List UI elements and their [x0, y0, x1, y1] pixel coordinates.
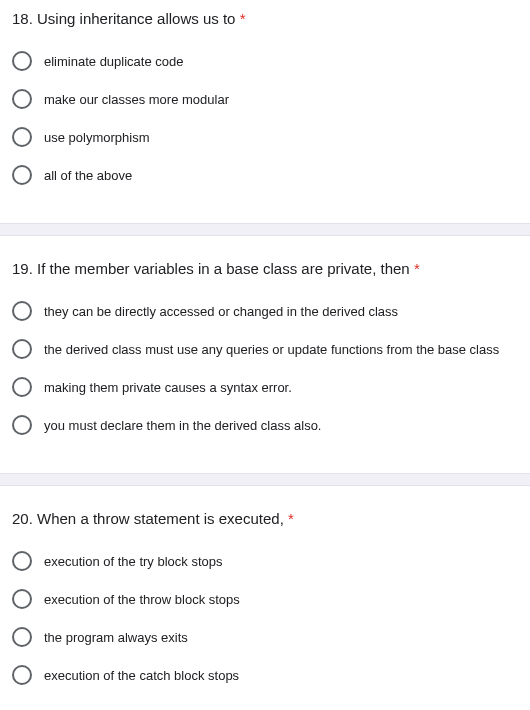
- option-label: execution of the try block stops: [44, 554, 222, 569]
- option-row[interactable]: they can be directly accessed or changed…: [12, 301, 518, 321]
- option-label: the program always exits: [44, 630, 188, 645]
- radio-icon[interactable]: [12, 89, 32, 109]
- radio-icon[interactable]: [12, 301, 32, 321]
- question-text: If the member variables in a base class …: [37, 260, 410, 277]
- option-label: they can be directly accessed or changed…: [44, 304, 398, 319]
- section-separator: [0, 223, 530, 236]
- option-row[interactable]: make our classes more modular: [12, 89, 518, 109]
- option-label: execution of the throw block stops: [44, 592, 240, 607]
- option-label: all of the above: [44, 168, 132, 183]
- option-label: make our classes more modular: [44, 92, 229, 107]
- option-row[interactable]: the derived class must use any queries o…: [12, 339, 518, 359]
- radio-icon[interactable]: [12, 377, 32, 397]
- option-label: use polymorphism: [44, 130, 150, 145]
- radio-icon[interactable]: [12, 415, 32, 435]
- option-label: execution of the catch block stops: [44, 668, 239, 683]
- radio-icon[interactable]: [12, 665, 32, 685]
- option-row[interactable]: the program always exits: [12, 627, 518, 647]
- question-title: 18. Using inheritance allows us to *: [12, 8, 518, 29]
- option-row[interactable]: all of the above: [12, 165, 518, 185]
- radio-icon[interactable]: [12, 165, 32, 185]
- option-row[interactable]: execution of the catch block stops: [12, 665, 518, 685]
- question-20: 20. When a throw statement is executed, …: [0, 486, 530, 705]
- radio-icon[interactable]: [12, 127, 32, 147]
- option-row[interactable]: execution of the throw block stops: [12, 589, 518, 609]
- radio-icon[interactable]: [12, 551, 32, 571]
- question-title: 20. When a throw statement is executed, …: [12, 508, 518, 529]
- option-label: eliminate duplicate code: [44, 54, 183, 69]
- question-text: When a throw statement is executed,: [37, 510, 284, 527]
- required-mark: *: [414, 260, 420, 277]
- question-18: 18. Using inheritance allows us to * eli…: [0, 0, 530, 223]
- radio-icon[interactable]: [12, 589, 32, 609]
- option-row[interactable]: execution of the try block stops: [12, 551, 518, 571]
- option-label: you must declare them in the derived cla…: [44, 418, 321, 433]
- radio-icon[interactable]: [12, 627, 32, 647]
- option-label: making them private causes a syntax erro…: [44, 380, 292, 395]
- required-mark: *: [240, 10, 246, 27]
- radio-icon[interactable]: [12, 51, 32, 71]
- option-row[interactable]: eliminate duplicate code: [12, 51, 518, 71]
- option-row[interactable]: use polymorphism: [12, 127, 518, 147]
- question-title: 19. If the member variables in a base cl…: [12, 258, 518, 279]
- radio-icon[interactable]: [12, 339, 32, 359]
- question-19: 19. If the member variables in a base cl…: [0, 236, 530, 473]
- option-label: the derived class must use any queries o…: [44, 342, 499, 357]
- question-number: 18.: [12, 10, 33, 27]
- question-number: 20.: [12, 510, 33, 527]
- question-number: 19.: [12, 260, 33, 277]
- question-text: Using inheritance allows us to: [37, 10, 235, 27]
- section-separator: [0, 473, 530, 486]
- option-row[interactable]: making them private causes a syntax erro…: [12, 377, 518, 397]
- option-row[interactable]: you must declare them in the derived cla…: [12, 415, 518, 435]
- required-mark: *: [288, 510, 294, 527]
